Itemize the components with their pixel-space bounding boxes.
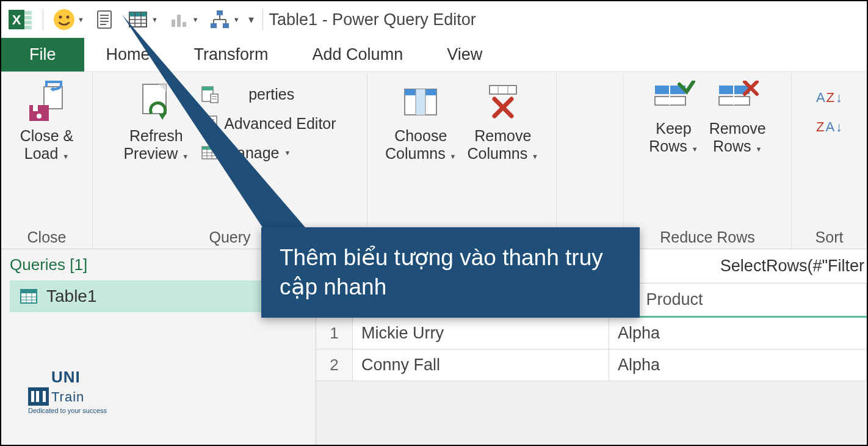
close-load-icon	[24, 81, 68, 125]
cell[interactable]: Alpha	[609, 349, 867, 381]
svg-point-34	[37, 114, 42, 119]
remove-rows-label-2: Rows	[713, 137, 751, 155]
svg-point-7	[59, 16, 62, 19]
chevron-down-icon: ▼	[450, 153, 457, 160]
svg-rect-76	[36, 391, 39, 402]
group-label-sort: Sort	[816, 225, 844, 249]
query-name: Table1	[46, 287, 97, 306]
callout-pointer	[110, 15, 366, 235]
close-load-label-1: Close &	[20, 127, 74, 144]
group-close: Close &Load ▼ Close	[1, 72, 93, 249]
group-manage-columns: ChooseColumns ▼ RemoveColumns ▼	[367, 72, 557, 249]
logo-tagline: Dedicated to your success	[28, 407, 107, 414]
column-name: Product	[646, 290, 703, 309]
choose-cols-label-1: Choose	[394, 127, 447, 144]
svg-rect-3	[24, 16, 32, 20]
chevron-down-icon: ▼	[755, 145, 762, 153]
svg-rect-55	[416, 89, 425, 115]
remove-columns-button[interactable]: RemoveColumns ▼	[468, 77, 539, 163]
remove-rows-button[interactable]: RemoveRows ▼	[709, 77, 766, 155]
svg-marker-73	[122, 15, 305, 227]
cell[interactable]: Mickie Urry	[353, 318, 609, 349]
table-icon	[20, 287, 38, 305]
svg-point-6	[54, 9, 74, 30]
row-number: 1	[316, 318, 353, 349]
svg-rect-77	[43, 391, 46, 402]
column-header-product[interactable]: ABC Product	[609, 283, 867, 316]
svg-rect-2	[24, 11, 32, 15]
svg-rect-75	[31, 391, 34, 402]
remove-columns-icon	[481, 81, 525, 125]
svg-rect-32	[29, 105, 49, 121]
logo-bottom: Train	[51, 389, 84, 404]
separator	[43, 9, 43, 31]
cell[interactable]: Conny Fall	[353, 349, 609, 381]
chevron-down-icon: ▼	[62, 153, 69, 160]
keep-rows-label-2: Rows	[649, 137, 687, 155]
logo-icon	[28, 387, 49, 406]
sort-asc-button[interactable]: AZ↓	[816, 86, 842, 110]
formula-text: SelectRows(#"Filter	[720, 257, 864, 276]
keep-rows-button[interactable]: KeepRows ▼	[649, 77, 698, 155]
close-and-load-button[interactable]: Close &Load ▼	[20, 77, 74, 163]
excel-app-icon[interactable]: X	[5, 5, 37, 34]
svg-rect-5	[24, 26, 32, 29]
tab-view[interactable]: View	[425, 38, 504, 71]
row-number: 2	[316, 349, 353, 381]
remove-rows-icon	[715, 81, 759, 117]
choose-columns-icon	[399, 81, 443, 125]
chevron-down-icon: ▼	[692, 145, 698, 153]
keep-rows-icon	[651, 81, 695, 117]
table-row[interactable]: 1 Mickie Urry Alpha	[316, 318, 867, 349]
group-label-rows: Reduce Rows	[660, 225, 755, 249]
tab-file[interactable]: File	[1, 38, 84, 71]
sort-desc-button[interactable]: ZA↓	[816, 115, 842, 139]
svg-rect-58	[490, 86, 516, 94]
chevron-down-icon: ▼	[532, 153, 538, 160]
spacer	[557, 72, 624, 249]
close-load-label-2: Load	[24, 145, 59, 162]
choose-cols-label-2: Columns	[385, 145, 446, 162]
choose-columns-button[interactable]: ChooseColumns ▼	[385, 77, 457, 163]
svg-rect-9	[98, 11, 111, 28]
watermark-logo: UNITrain Dedicated to your success	[28, 368, 107, 414]
callout-box: Thêm biểu tượng vào thanh truy cập nhanh	[261, 227, 640, 318]
remove-cols-label-2: Columns	[468, 145, 528, 162]
svg-rect-68	[21, 290, 37, 293]
group-label-close: Close	[27, 225, 67, 249]
cell[interactable]: Alpha	[609, 318, 867, 349]
remove-rows-label-1: Remove	[709, 120, 766, 137]
table-row[interactable]: 2 Conny Fall Alpha	[316, 349, 867, 381]
svg-rect-4	[24, 21, 32, 24]
group-reduce-rows: KeepRows ▼ RemoveRows ▼ Reduce Rows	[624, 72, 792, 249]
logo-top: UNI	[51, 368, 81, 386]
smiley-icon[interactable]: ▼	[49, 6, 87, 33]
svg-rect-33	[33, 105, 38, 111]
remove-cols-label-1: Remove	[474, 127, 531, 144]
chevron-down-icon: ▼	[78, 16, 84, 23]
svg-text:X: X	[12, 12, 21, 27]
group-sort: AZ↓ ZA↓ Sort	[792, 72, 867, 249]
keep-rows-label-1: Keep	[656, 120, 691, 137]
svg-point-8	[67, 16, 70, 19]
